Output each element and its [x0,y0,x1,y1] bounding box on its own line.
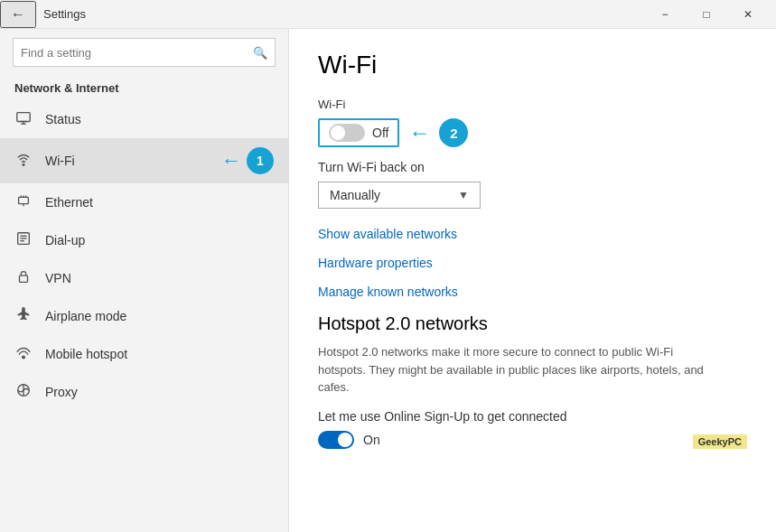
search-icon: 🔍 [253,46,267,60]
watermark-badge: GeekyPC [693,434,747,449]
vpn-icon [14,268,33,288]
wifi-toggle-label: Off [372,126,388,140]
arrow-left-icon: ← [221,149,241,173]
sidebar-item-status-label: Status [45,112,81,126]
svg-point-4 [23,163,24,165]
wifi-toggle-row: Off ← 2 [318,118,747,147]
dropdown-value: Manually [330,188,380,202]
annotation-badge-1: 1 [247,147,274,174]
titlebar: ← Settings − □ ✕ [0,0,776,29]
ethernet-icon [14,192,33,212]
svg-point-15 [23,356,25,359]
wifi-toggle[interactable] [329,124,365,142]
maximize-button[interactable]: □ [686,0,727,29]
sidebar-item-airplane[interactable]: Airplane mode [0,297,288,335]
minimize-button[interactable]: − [644,0,686,29]
search-box[interactable]: 🔍 [13,38,276,67]
sidebar-item-wifi-label: Wi-Fi [45,154,75,168]
signup-toggle-label: On [363,433,380,447]
sidebar-item-ethernet-label: Ethernet [45,195,93,210]
sidebar-item-vpn[interactable]: VPN [0,259,288,297]
page-title: Wi-Fi [318,51,747,79]
hardware-properties-link[interactable]: Hardware properties [318,256,747,270]
dropdown-arrow-icon: ▼ [458,189,469,201]
search-input[interactable] [21,46,253,60]
main-layout: 🔍 Network & Internet Status [0,29,776,532]
window-controls: − □ ✕ [644,0,769,29]
svg-rect-14 [20,275,28,282]
section-label: Network & Internet [0,76,288,100]
sidebar-item-dialup[interactable]: Dial-up [0,221,288,259]
wifi-icon [14,151,33,171]
dialup-icon [14,230,33,250]
turn-on-label: Turn Wi-Fi back on [318,160,747,174]
sidebar-item-proxy[interactable]: Proxy [0,373,288,411]
back-button[interactable]: ← [0,1,36,28]
close-button[interactable]: ✕ [727,0,769,29]
proxy-icon [14,382,33,402]
hotspot-section-title: Hotspot 2.0 networks [318,313,747,334]
hotspot-description: Hotspot 2.0 networks make it more secure… [318,343,715,397]
svg-rect-0 [17,113,30,122]
content-area: Wi-Fi Wi-Fi Off ← 2 Turn Wi-Fi back on M… [289,29,776,532]
manage-networks-link[interactable]: Manage known networks [318,285,747,299]
sidebar-item-vpn-label: VPN [45,271,71,285]
wifi-section-label: Wi-Fi [318,98,747,111]
airplane-icon [14,306,33,326]
sidebar-item-hotspot[interactable]: Mobile hotspot [0,335,288,373]
sidebar-item-airplane-label: Airplane mode [45,309,126,323]
signup-toggle-row: On GeekyPC [318,431,747,449]
sidebar-item-proxy-label: Proxy [45,385,78,399]
titlebar-title: Settings [43,7,86,21]
annotation-badge-2: 2 [439,118,468,147]
wifi-toggle-container: Off [318,118,399,147]
svg-rect-5 [19,197,29,203]
wifi-annotation: ← 1 [221,147,274,174]
sidebar-item-dialup-label: Dial-up [45,233,85,247]
signup-toggle[interactable] [318,431,354,449]
hotspot-icon [14,344,33,364]
sidebar-item-hotspot-label: Mobile hotspot [45,347,127,361]
arrow-pointing-icon: ← [408,120,430,145]
status-icon [14,109,33,129]
sidebar: 🔍 Network & Internet Status [0,29,289,532]
sidebar-item-ethernet[interactable]: Ethernet [0,183,288,221]
sidebar-item-wifi[interactable]: Wi-Fi ← 1 [0,138,288,183]
show-networks-link[interactable]: Show available networks [318,227,747,241]
signup-label: Let me use Online Sign-Up to get connect… [318,409,747,424]
sidebar-item-status[interactable]: Status [0,100,288,138]
turn-on-dropdown[interactable]: Manually ▼ [318,182,481,209]
